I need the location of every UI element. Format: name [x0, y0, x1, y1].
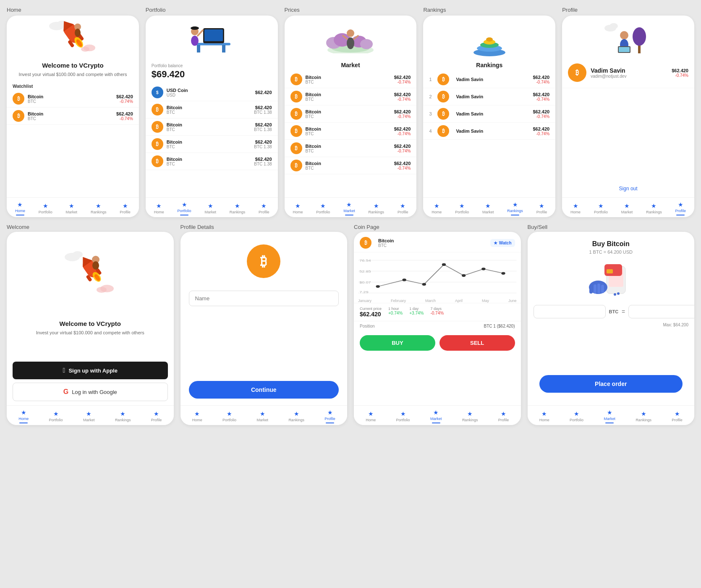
- svg-text:$0.07: $0.07: [359, 281, 371, 284]
- pronav-portfolio[interactable]: ★Portfolio: [594, 202, 608, 214]
- mnav-portfolio[interactable]: ★Portfolio: [316, 202, 330, 214]
- watchlist-item-2[interactable]: ₿ Bitcoin BTC $62.420 -0.74%: [7, 108, 139, 125]
- market-coin-3[interactable]: ₿ BitcoinBTC $62.420-0.74%: [285, 123, 417, 140]
- prices-svg: [321, 20, 380, 53]
- wnav-portfolio[interactable]: ★Portfolio: [49, 410, 63, 422]
- apple-signin-button[interactable]:  Sign up with Apple: [13, 362, 168, 379]
- watchlist-item-1[interactable]: ₿ Bitcoin BTC $62.420 -0.74%: [7, 90, 139, 108]
- p-coin-price-1: $62.420: [254, 105, 272, 110]
- nav-home[interactable]: ★Home: [15, 201, 25, 215]
- m-sym-3: BTC: [306, 131, 394, 136]
- pronav-market[interactable]: ★Market: [621, 202, 633, 214]
- pdnav-home[interactable]: ★Home: [192, 410, 202, 422]
- pnav-portfolio[interactable]: ★Portfolio: [178, 201, 191, 215]
- pnav-market[interactable]: ★Market: [204, 202, 216, 214]
- rank-row-3[interactable]: 4 ₿ Vadim Savin $62.420 -0.74%: [423, 123, 555, 140]
- pronav-profile[interactable]: ★Profile: [675, 201, 686, 215]
- place-order-button[interactable]: Place order: [539, 375, 683, 393]
- days-col: 7 days -0.74%: [430, 307, 444, 318]
- m-price-2: $62.420: [394, 109, 411, 114]
- svg-rect-44: [619, 47, 630, 52]
- profile-card: ₿ Vadim Savin vadim@notjust.dev $62.420 …: [562, 16, 694, 217]
- bsnav-rankings[interactable]: ★Rankings: [636, 410, 651, 422]
- buy-button[interactable]: BUY: [360, 335, 435, 351]
- market-coin-4[interactable]: ₿ BitcoinBTC $62.420-0.74%: [285, 140, 417, 157]
- rnav-rankings[interactable]: ★Rankings: [507, 201, 523, 215]
- m-btc-4: ₿: [290, 142, 302, 154]
- cpnav-rankings[interactable]: ★Rankings: [462, 410, 478, 422]
- usd-input[interactable]: [628, 305, 694, 318]
- svg-text:76.54: 76.54: [359, 259, 371, 262]
- market-title: Market: [285, 62, 417, 68]
- mnav-rankings[interactable]: ★Rankings: [369, 202, 385, 214]
- google-signin-button[interactable]: G Log in with Google: [13, 383, 168, 401]
- bsnav-home[interactable]: ★Home: [539, 410, 549, 422]
- wnav-profile[interactable]: ★Profile: [151, 410, 162, 422]
- market-coin-5[interactable]: ₿ BitcoinBTC $62.420-0.74%: [285, 157, 417, 174]
- pdnav-market[interactable]: ★Market: [256, 410, 268, 422]
- watch-button[interactable]: ★ Watch: [490, 239, 515, 247]
- rnav-portfolio[interactable]: ★Portfolio: [455, 202, 469, 214]
- market-coin-2[interactable]: ₿ BitcoinBTC $62.420-0.74%: [285, 105, 417, 123]
- profile-details-bottom-nav: ★Home ★Portfolio ★Market ★Rankings ★Prof…: [180, 405, 348, 425]
- svg-rect-16: [204, 29, 223, 41]
- rank-change-1: -0.74%: [533, 97, 549, 102]
- market-coin-1[interactable]: ₿ BitcoinBTC $62.420-0.74%: [285, 88, 417, 105]
- pronav-home[interactable]: ★Home: [570, 202, 581, 214]
- pdnav-rankings[interactable]: ★Rankings: [288, 410, 304, 422]
- pronav-rankings[interactable]: ★Rankings: [646, 202, 662, 214]
- portfolio-coin-2[interactable]: ₿ BitcoinBTC $62.420BTC 1.38: [146, 118, 278, 136]
- google-btn-label: Log in with Google: [72, 389, 117, 395]
- pnav-profile[interactable]: ★Profile: [259, 202, 269, 214]
- portfolio-coin-0[interactable]: $ USD CoinUSD $62.420: [146, 84, 278, 101]
- pdnav-profile[interactable]: ★Profile: [324, 409, 335, 423]
- wnav-market[interactable]: ★Market: [83, 410, 95, 422]
- rank-row-2[interactable]: 3 ₿ Vadim Savin $62.420 -0.74%: [423, 105, 555, 123]
- profile-illustration: [562, 16, 694, 58]
- wnav-rankings[interactable]: ★Rankings: [115, 410, 131, 422]
- rnav-profile[interactable]: ★Profile: [536, 202, 547, 214]
- rank-row-0[interactable]: 1 ₿ Vadim Savin $62.420 -0.74%: [423, 71, 555, 88]
- rankings-bottom-nav: ★Home ★Portfolio ★Market ★Rankings ★Prof…: [423, 197, 555, 217]
- coin-page-card: ₿ Bitcoin BTC ★ Watch: [354, 232, 521, 425]
- rank-row-1[interactable]: 2 ₿ Vadim Savin $62.420 -0.74%: [423, 88, 555, 105]
- mnav-home[interactable]: ★Home: [293, 202, 303, 214]
- rnav-market[interactable]: ★Market: [482, 202, 494, 214]
- m-change-4: -0.74%: [394, 149, 411, 153]
- home-illustration: [7, 16, 139, 58]
- pnav-home[interactable]: ★Home: [154, 202, 164, 214]
- welcome-text-home: Welcome to VCrypto Invest your virtual $…: [7, 58, 139, 80]
- rank-change-0: -0.74%: [533, 80, 549, 84]
- wnav-home[interactable]: ★Home: [18, 409, 29, 423]
- portfolio-coin-3[interactable]: ₿ BitcoinBTC $62.420BTC 1.38: [146, 136, 278, 153]
- portfolio-coin-1[interactable]: ₿ BitcoinBTC $62.420BTC 1.38: [146, 101, 278, 118]
- pdnav-portfolio[interactable]: ★Portfolio: [222, 410, 236, 422]
- bsnav-market[interactable]: ★Market: [604, 409, 615, 423]
- market-coin-0[interactable]: ₿ BitcoinBTC $62.420-0.74%: [285, 71, 417, 88]
- mnav-market[interactable]: ★Market: [343, 201, 355, 215]
- cpnav-profile[interactable]: ★Profile: [498, 410, 509, 422]
- bsnav-profile[interactable]: ★Profile: [672, 410, 683, 422]
- cpnav-market[interactable]: ★Market: [430, 409, 442, 423]
- btc-input[interactable]: [534, 305, 606, 318]
- rank-avatar-0: ₿: [437, 74, 449, 85]
- nav-profile[interactable]: ★Profile: [120, 202, 131, 214]
- rnav-home[interactable]: ★Home: [432, 202, 442, 214]
- mnav-profile[interactable]: ★Profile: [398, 202, 408, 214]
- sign-out-button[interactable]: Sign out: [568, 186, 688, 192]
- nav-rankings[interactable]: ★Rankings: [91, 202, 107, 214]
- cpnav-home[interactable]: ★Home: [366, 410, 376, 422]
- name-input[interactable]: [189, 291, 339, 306]
- m-btc-2: ₿: [290, 108, 302, 120]
- cpnav-portfolio[interactable]: ★Portfolio: [396, 410, 410, 422]
- pnav-rankings[interactable]: ★Rankings: [230, 202, 246, 214]
- p-coin-amt-2: BTC 1.38: [254, 127, 272, 132]
- portfolio-coin-4[interactable]: ₿ BitcoinBTC $62.420BTC 1.38: [146, 153, 278, 170]
- continue-button[interactable]: Continue: [189, 381, 339, 399]
- nav-market[interactable]: ★Market: [66, 202, 78, 214]
- bsnav-portfolio[interactable]: ★Portfolio: [570, 410, 583, 422]
- sell-button[interactable]: SELL: [439, 335, 515, 351]
- nav-portfolio[interactable]: ★Portfolio: [39, 202, 52, 214]
- svg-rect-80: [594, 284, 596, 294]
- home-welcome-subtitle: Invest your virtual $100.000 and compete…: [15, 71, 131, 78]
